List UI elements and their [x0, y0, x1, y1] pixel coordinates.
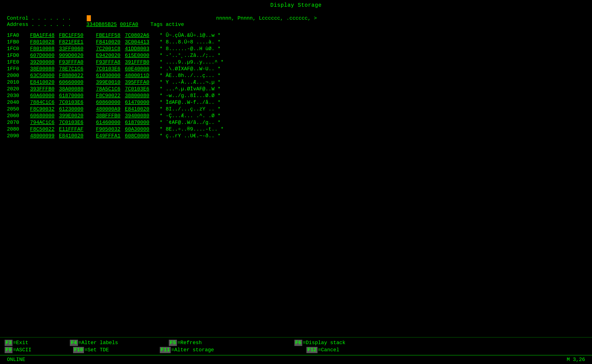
row-h2: 909D0020 — [59, 52, 84, 59]
row-h1: 38E00080 — [30, 66, 55, 72]
row-h3: FBE1FF58 — [96, 32, 121, 39]
row-h4: 60A30000 — [125, 126, 150, 133]
data-table: 1FA0 FBA1FF48 FBC1FF50 FBE1FF58 7C0802A6… — [7, 32, 585, 139]
row-ascii: * 8...8.Ú÷8 ....à. * — [160, 39, 585, 46]
row-h2: 61230000 — [59, 106, 84, 113]
row-h3: F8410020 — [96, 39, 121, 46]
row-h3: 38BFFFB0 — [96, 113, 121, 119]
table-row: 1FF0 38E00080 78E7C1C6 7C0103E6 60E40000… — [7, 66, 585, 72]
table-row: 2070 794AC1C6 7C0103E6 61460000 61870000… — [7, 119, 585, 126]
fkey-row2: F9=ASCIIF10=Set TDEF11=Alter storageF12=… — [0, 346, 592, 354]
row-ascii: * -'..°¸..Zâ../;.. * — [160, 52, 585, 59]
fkey-key-f10[interactable]: F10 — [73, 347, 84, 353]
row-h1: 48000099 — [30, 133, 55, 139]
row-h4: E8410020 — [125, 106, 150, 113]
row-h4: 391FFFB0 — [125, 59, 150, 66]
row-h1: F8010028 — [30, 39, 55, 46]
address-value1: 334DB85B25 — [86, 22, 117, 27]
table-row: 1FD0 607D0000 909D0020 E9420020 615E0000… — [7, 52, 585, 59]
row-h3: 78A5C1C6 — [96, 86, 121, 92]
row-h1: 60A60000 — [30, 92, 55, 99]
fkey-label-f5: =Refresh — [177, 340, 202, 346]
table-row: 2000 63C50000 F8880022 61030000 4800011D… — [7, 72, 585, 79]
row-h1: 7884C1C6 — [30, 99, 55, 106]
row-h3: F93FFFA8 — [96, 59, 121, 66]
fkey-label-f10: =Set TDE — [84, 347, 109, 353]
row-h2: 61870000 — [59, 92, 84, 99]
row-ascii: * 8I../...ç..zY .. * — [160, 106, 585, 113]
row-addr: 1FF0 — [7, 66, 26, 72]
row-addr: 1FB0 — [7, 39, 26, 46]
row-addr: 2040 — [7, 99, 26, 106]
row-h1: 63C50000 — [30, 72, 55, 79]
tags-status: Tags active — [151, 22, 184, 27]
row-addr: 1FA0 — [7, 32, 26, 39]
row-h2: 78E7C1C6 — [59, 66, 84, 72]
fkey-key-f3[interactable]: F3 — [5, 340, 13, 346]
status-bar: ONLINE M 3,26 — [0, 355, 592, 364]
row-ascii: * -Ç...Æ... .^. .Ø * — [160, 113, 585, 119]
row-h4: 615E0000 — [125, 52, 150, 59]
row-ascii: * 8......-@..H ùØ. * — [160, 46, 585, 52]
row-h3: 60860000 — [96, 99, 121, 106]
row-addr: 2050 — [7, 106, 26, 113]
fkey-key-f6[interactable]: F6 — [294, 340, 302, 346]
row-ascii: * -w../g..8I...Ø.Ø * — [160, 92, 585, 99]
table-row: 2050 F8C90032 61230000 480000A9 E8410020… — [7, 106, 585, 113]
row-h2: 399E0020 — [59, 113, 84, 119]
fkey-row1: F3=ExitF4=Alter labelsF5=RefreshF6=Displ… — [0, 339, 592, 346]
row-addr: 2000 — [7, 72, 26, 79]
fkey-key-f11[interactable]: F11 — [160, 347, 171, 353]
row-h4: 60E40000 — [125, 66, 150, 72]
table-row: 1FA0 FBA1FF48 FBC1FF50 FBE1FF58 7C0802A6… — [7, 32, 585, 39]
row-h2: 38A00080 — [59, 86, 84, 92]
fkey-label-f4: =Alter labels — [78, 340, 118, 346]
row-addr: 2080 — [7, 126, 26, 133]
row-addr: 1FD0 — [7, 52, 26, 59]
row-h2: E11FFFAF — [59, 126, 84, 133]
fkey-label-f3: =Exit — [13, 340, 28, 346]
cursor-block — [87, 15, 91, 21]
row-h2: FBC1FF50 — [59, 32, 84, 39]
table-row: 2090 48000099 E8410020 E49FFFA1 608C0000… — [7, 133, 585, 139]
row-h4: 61470000 — [125, 99, 150, 106]
row-h4: 608C0000 — [125, 133, 150, 139]
row-h4: 4800011D — [125, 72, 150, 79]
row-h1: F8010008 — [30, 46, 55, 52]
fkey-bar: F3=ExitF4=Alter labelsF5=RefreshF6=Displ… — [0, 337, 592, 355]
status-online: ONLINE — [7, 357, 25, 363]
row-h3: 480000A9 — [96, 106, 121, 113]
row-h3: 7C2001C8 — [96, 46, 121, 52]
table-row: 2010 E8410020 60660000 399E0010 395FFFA0… — [7, 79, 585, 86]
fkey-label-f12: =Cancel — [318, 347, 339, 353]
row-ascii: * ÄE..8h../...ç... * — [160, 72, 585, 79]
fkey-key-f4[interactable]: F4 — [70, 340, 78, 346]
row-h1: F8C90032 — [30, 106, 55, 113]
row-ascii: * Û~.çÛA.&Û÷.ì@..w * — [160, 32, 585, 39]
row-h1: E8410020 — [30, 79, 55, 86]
fkey-key-f12[interactable]: F12 — [306, 347, 317, 353]
fkey-key-f9[interactable]: F9 — [5, 347, 13, 353]
table-row: 2040 7884C1C6 7C0103E6 60860000 61470000… — [7, 99, 585, 106]
row-h4: 7C0802A6 — [125, 32, 150, 39]
row-addr: 2020 — [7, 86, 26, 92]
row-h2: 60660000 — [59, 79, 84, 86]
row-h2: 33FF0060 — [59, 46, 84, 52]
row-h1: 60680000 — [30, 113, 55, 119]
table-row: 1FB0 F8010028 F821FEE1 F8410020 3C004413… — [7, 39, 585, 46]
fkey-label-f6: =Display stack — [303, 340, 345, 346]
row-h4: 61870000 — [125, 119, 150, 126]
fkey-key-f5[interactable]: F5 — [169, 340, 177, 346]
table-row: 1FE0 39200000 F93FFFA0 F93FFFA8 391FFFB0… — [7, 59, 585, 66]
page-title: Display Storage — [7, 2, 585, 8]
row-h4: 7C0103E6 — [125, 86, 150, 92]
address-value2: 001FA0 — [120, 22, 138, 27]
row-h1: 607D0000 — [30, 52, 55, 59]
row-ascii: * ....9..µ9..y....^ * — [160, 59, 585, 66]
row-ascii: * ÌdAF@..W-f../å.. * — [160, 99, 585, 106]
address-label: Address — [7, 22, 28, 27]
table-row: 2080 F8C50022 E11FFFAF F9050032 60A30000… — [7, 126, 585, 133]
row-h2: 7C0103E6 — [59, 119, 84, 126]
row-h1: 393FFFB0 — [30, 86, 55, 92]
row-h2: E8410020 — [59, 133, 84, 139]
